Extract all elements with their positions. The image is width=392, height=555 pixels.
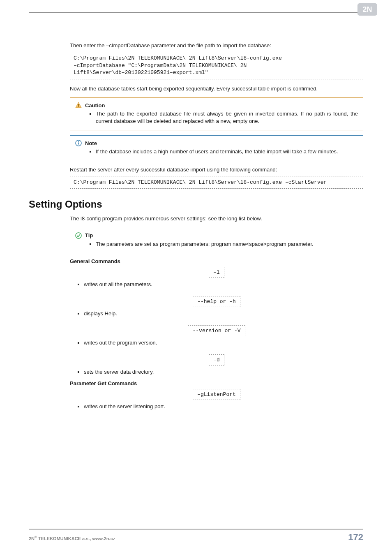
check-icon xyxy=(75,232,82,239)
warning-icon xyxy=(75,102,82,109)
desc-glistenport: writes out the server listening port. xyxy=(84,402,363,411)
svg-rect-7 xyxy=(78,143,79,145)
desc-help: displays Help. xyxy=(84,310,363,318)
svg-text:2N: 2N xyxy=(362,5,372,14)
footer-company: 2N® TELEKOMUNIKACE a.s., www.2n.cz xyxy=(29,535,115,541)
restart-paragraph: Restart the server after every successfu… xyxy=(70,166,363,173)
note-callout: Note If the database includes a high num… xyxy=(70,135,363,161)
intro-paragraph-1: Then enter the –cImportDatabase paramete… xyxy=(70,42,363,49)
code-import-db: C:\Program Files\2N TELEKOMUNIKACE\ 2N L… xyxy=(70,52,363,79)
cmd-d: -d xyxy=(209,354,224,366)
general-commands-heading: General Commands xyxy=(70,258,363,264)
cmd-glistenport: –gListenPort xyxy=(193,389,240,400)
caution-title: Caution xyxy=(85,102,105,109)
svg-rect-6 xyxy=(78,141,79,142)
cmd-help: --help or –h xyxy=(193,296,240,308)
svg-rect-3 xyxy=(78,104,79,106)
svg-rect-4 xyxy=(78,106,79,107)
svg-point-8 xyxy=(76,233,81,238)
tip-text: The parameters are set as program parame… xyxy=(96,240,358,248)
brand-logo: 2N xyxy=(357,3,377,17)
tip-title: Tip xyxy=(85,232,93,238)
tip-callout: Tip The parameters are set as program pa… xyxy=(70,228,363,253)
intro-paragraph-3: The l8-config program provides numerous … xyxy=(70,215,363,222)
page-footer: 2N® TELEKOMUNIKACE a.s., www.2n.cz 172 xyxy=(29,529,363,543)
caution-callout: Caution The path to the exported databas… xyxy=(70,97,363,130)
intro-paragraph-2: Now all the database tables start being … xyxy=(70,85,363,92)
info-icon xyxy=(75,140,82,146)
desc-version: writes out the program version. xyxy=(84,339,363,347)
desc-l: writes out all the parameters. xyxy=(84,280,363,289)
cmd-version: --version or -V xyxy=(188,325,245,337)
parameter-get-heading: Parameter Get Commands xyxy=(70,380,363,386)
note-title: Note xyxy=(85,140,97,146)
cmd-l: –l xyxy=(209,267,224,278)
page-number: 172 xyxy=(348,532,363,543)
desc-d: sets the server data directory. xyxy=(84,368,363,376)
note-text: If the database includes a high number o… xyxy=(96,148,358,155)
top-divider xyxy=(29,12,363,13)
code-start-server: C:\Program Files\2N TELEKOMUNIKACE\ 2N L… xyxy=(70,176,363,189)
caution-text: The path to the exported database file m… xyxy=(96,110,358,125)
heading-setting-options: Setting Options xyxy=(29,199,363,210)
